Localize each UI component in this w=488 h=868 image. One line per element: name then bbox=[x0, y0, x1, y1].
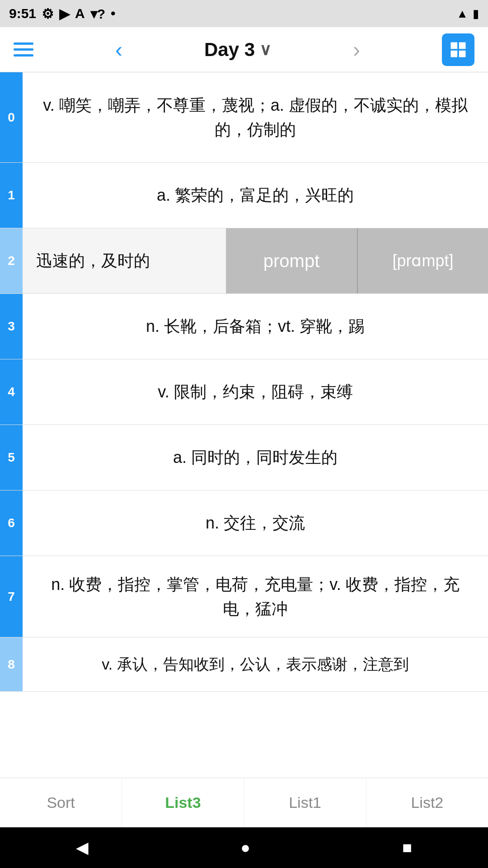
play-icon: ▶ bbox=[59, 6, 70, 22]
word-definition: a. 同时的，同时发生的 bbox=[23, 433, 488, 482]
top-nav: ‹ Day 3 ∨ › bbox=[0, 27, 488, 72]
android-home-button[interactable]: ● bbox=[240, 838, 250, 857]
status-bar: 9:51 ⚙ ▶ A ▾? • ▲ ▮ bbox=[0, 0, 488, 27]
word-index: 8 bbox=[0, 637, 23, 691]
word-definition: v. 承认，告知收到，公认，表示感谢，注意到 bbox=[23, 640, 488, 689]
tab-sort[interactable]: Sort bbox=[0, 778, 122, 827]
list-item[interactable]: 7 n. 收费，指控，掌管，电荷，充电量；v. 收费，指控，充电，猛冲 bbox=[0, 556, 488, 637]
android-back-button[interactable]: ◀ bbox=[76, 838, 89, 857]
list-item[interactable]: 3 n. 长靴，后备箱；vt. 穿靴，踢 bbox=[0, 294, 488, 359]
tab-list3[interactable]: List3 bbox=[122, 778, 244, 827]
svg-rect-1 bbox=[459, 42, 466, 49]
word-definition: v. 限制，约束，阻碍，束缚 bbox=[23, 367, 488, 417]
svg-rect-2 bbox=[450, 50, 457, 57]
word-index: 1 bbox=[0, 163, 23, 228]
list-item[interactable]: 1 a. 繁荣的，富足的，兴旺的 bbox=[0, 163, 488, 228]
word-definition: n. 交往，交流 bbox=[23, 498, 488, 548]
settings-icon: ⚙ bbox=[42, 6, 54, 22]
list-item[interactable]: 4 v. 限制，约束，阻碍，束缚 bbox=[0, 359, 488, 425]
svg-rect-0 bbox=[450, 42, 457, 49]
list-view-button[interactable] bbox=[442, 33, 474, 66]
tab-list2[interactable]: List2 bbox=[366, 778, 488, 827]
word-list: 0 v. 嘲笑，嘲弄，不尊重，蔑视；a. 虚假的，不诚实的，模拟的，仿制的 1 … bbox=[0, 72, 488, 818]
svg-rect-3 bbox=[459, 50, 466, 57]
battery-icon: ▮ bbox=[473, 7, 479, 21]
list-item[interactable]: 6 n. 交往，交流 bbox=[0, 491, 488, 556]
list-item[interactable]: 5 a. 同时的，同时发生的 bbox=[0, 425, 488, 491]
list-item[interactable]: 2 迅速的，及时的 prompt [prɑmpt] bbox=[0, 228, 488, 294]
popup-pronunciation-button[interactable]: [prɑmpt] bbox=[357, 228, 488, 293]
word-index: 5 bbox=[0, 425, 23, 490]
word-index: 4 bbox=[0, 359, 23, 425]
forward-button[interactable]: › bbox=[353, 39, 360, 61]
nav-title[interactable]: Day 3 ∨ bbox=[204, 39, 271, 61]
word-definition: a. 繁荣的，富足的，兴旺的 bbox=[23, 170, 488, 220]
android-nav-bar: ◀ ● ■ bbox=[0, 827, 488, 868]
list-item[interactable]: 0 v. 嘲笑，嘲弄，不尊重，蔑视；a. 虚假的，不诚实的，模拟的，仿制的 bbox=[0, 72, 488, 163]
tab-list1[interactable]: List1 bbox=[244, 778, 366, 827]
chevron-down-icon: ∨ bbox=[259, 40, 271, 59]
dot-icon: • bbox=[111, 6, 116, 21]
menu-button[interactable] bbox=[14, 42, 33, 57]
word-index: 2 bbox=[0, 228, 23, 293]
word-index: 0 bbox=[0, 72, 23, 162]
android-recent-button[interactable]: ■ bbox=[402, 838, 412, 857]
signal-icon: ▲ bbox=[456, 7, 468, 21]
status-time: 9:51 bbox=[9, 6, 36, 21]
word-index: 6 bbox=[0, 491, 23, 556]
back-button[interactable]: ‹ bbox=[115, 39, 122, 61]
popup-word-button[interactable]: prompt bbox=[226, 228, 357, 293]
word-popup[interactable]: prompt [prɑmpt] bbox=[226, 228, 488, 293]
font-icon: A bbox=[75, 6, 85, 21]
word-index: 3 bbox=[0, 294, 23, 359]
word-definition: n. 收费，指控，掌管，电荷，充电量；v. 收费，指控，充电，猛冲 bbox=[23, 560, 488, 634]
list-item[interactable]: 8 v. 承认，告知收到，公认，表示感谢，注意到 bbox=[0, 637, 488, 692]
bottom-tab-bar: Sort List3 List1 List2 bbox=[0, 778, 488, 827]
word-definition: n. 长靴，后备箱；vt. 穿靴，踢 bbox=[23, 302, 488, 351]
word-index: 7 bbox=[0, 556, 23, 637]
word-definition: v. 嘲笑，嘲弄，不尊重，蔑视；a. 虚假的，不诚实的，模拟的，仿制的 bbox=[23, 80, 488, 155]
wifi-icon: ▾? bbox=[90, 6, 105, 22]
